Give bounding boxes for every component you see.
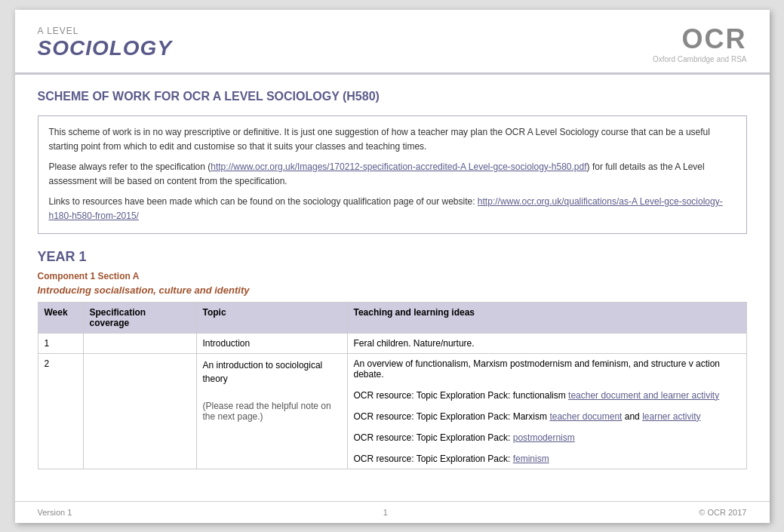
table-row: 2 An introduction to sociological theory…: [38, 353, 746, 469]
document-header: A LEVEL SOCIOLOGY OCR Oxford Cambridge a…: [15, 10, 770, 75]
document-footer: Version 1 1 © OCR 2017: [15, 501, 770, 523]
cell-topic-2: An introduction to sociological theory (…: [196, 353, 347, 469]
cell-spec-2: [83, 353, 196, 469]
document-page: A LEVEL SOCIOLOGY OCR Oxford Cambridge a…: [15, 10, 770, 523]
topic-intro-label: An introduction to sociological theory: [203, 358, 341, 386]
cell-spec-1: [83, 333, 196, 353]
col-week: Week: [38, 302, 83, 333]
ocr-logo-text: OCR: [653, 23, 747, 55]
marxism-teacher-link[interactable]: teacher document: [549, 411, 622, 422]
cell-week-1: 1: [38, 333, 83, 353]
info-box: This scheme of work is in no way prescri…: [38, 115, 747, 234]
footer-copyright: © OCR 2017: [699, 508, 746, 517]
teaching-resource-2: OCR resource: Topic Exploration Pack: Ma…: [354, 411, 740, 422]
header-branding: A LEVEL SOCIOLOGY: [38, 26, 173, 60]
cell-week-2: 2: [38, 353, 83, 469]
section-subtitle: Introducing socialisation, culture and i…: [38, 284, 747, 296]
table-row: 1 Introduction Feral children. Nature/nu…: [38, 333, 746, 353]
spec-link[interactable]: http://www.ocr.org.uk/Images/170212-spec…: [211, 161, 586, 172]
teaching-resource-1: OCR resource: Topic Exploration Pack: fu…: [354, 390, 740, 401]
info-p2-pre: Please always refer to the specification…: [49, 161, 211, 172]
col-spec: Specificationcoverage: [83, 302, 196, 333]
marxism-learner-link[interactable]: learner activity: [642, 411, 700, 422]
cell-teaching-1: Feral children. Nature/nurture.: [347, 333, 746, 353]
info-p3-pre: Links to resources have been made which …: [49, 196, 478, 207]
info-paragraph-2: Please always refer to the specification…: [49, 160, 736, 189]
cell-topic-1: Introduction: [196, 333, 347, 353]
info-paragraph-3: Links to resources have been made which …: [49, 195, 736, 223]
postmodernism-link[interactable]: postmodernism: [513, 432, 575, 443]
teaching-overview: An overview of functionalism, Marxism po…: [354, 358, 740, 380]
info-paragraph-1: This scheme of work is in no way prescri…: [49, 125, 736, 154]
cell-teaching-2: An overview of functionalism, Marxism po…: [347, 353, 746, 469]
col-teaching: Teaching and learning ideas: [347, 302, 746, 333]
ocr-logo: OCR Oxford Cambridge and RSA: [653, 23, 747, 63]
a-level-label: A LEVEL: [38, 26, 173, 36]
scheme-table: Week Specificationcoverage Topic Teachin…: [38, 302, 747, 469]
footer-page: 1: [383, 508, 388, 517]
main-content: SCHEME OF WORK FOR OCR A LEVEL SOCIOLOGY…: [15, 75, 770, 515]
subject-title: SOCIOLOGY: [38, 36, 173, 60]
year-title: YEAR 1: [38, 249, 747, 265]
ocr-logo-subtitle: Oxford Cambridge and RSA: [653, 55, 747, 63]
component-title: Component 1 Section A: [38, 271, 747, 281]
teaching-resource-3: OCR resource: Topic Exploration Pack: po…: [354, 432, 740, 443]
teaching-resource-4: OCR resource: Topic Exploration Pack: fe…: [354, 454, 740, 464]
functionalism-link[interactable]: teacher document and learner activity: [568, 390, 719, 401]
col-topic: Topic: [196, 302, 347, 333]
main-title: SCHEME OF WORK FOR OCR A LEVEL SOCIOLOGY…: [38, 90, 747, 103]
feminism-link[interactable]: feminism: [513, 454, 549, 464]
footer-version: Version 1: [38, 508, 72, 517]
topic-note: (Please read the helpful note on the nex…: [203, 390, 341, 422]
table-header-row: Week Specificationcoverage Topic Teachin…: [38, 302, 746, 333]
